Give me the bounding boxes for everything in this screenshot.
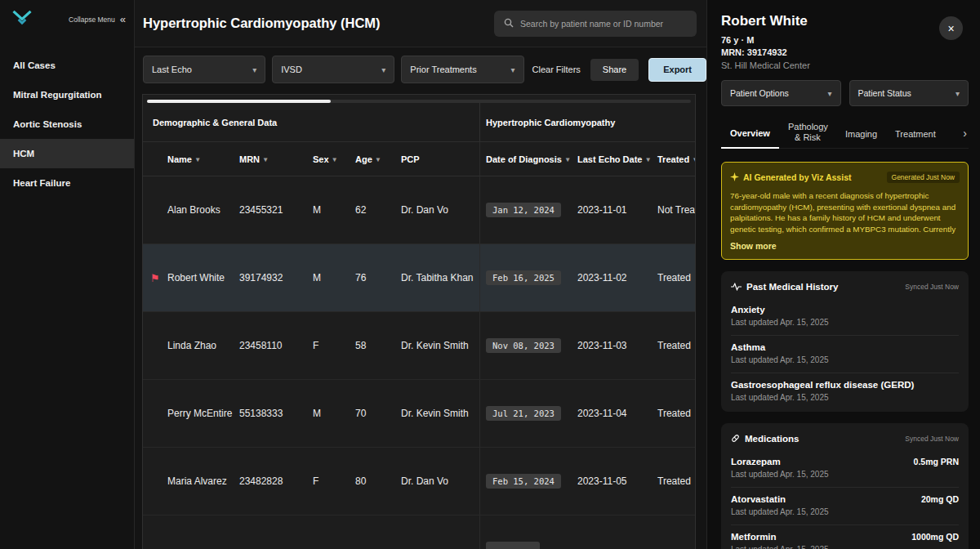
collapse-menu-icon[interactable]: « bbox=[120, 13, 126, 25]
cell-date-of-diagnosis: Feb 16, 2025 bbox=[479, 244, 577, 311]
sidebar-item-heart-failure[interactable]: Heart Failure bbox=[0, 168, 134, 198]
filter-ivsd-label: IVSD bbox=[281, 65, 302, 74]
cell-mrn: 23482828 bbox=[239, 448, 313, 515]
filter-ivsd[interactable]: IVSD ▾ bbox=[272, 56, 394, 83]
column-header-sex[interactable]: Sex ▾ bbox=[313, 142, 355, 176]
medications-card-header: Medications Synced Just Now bbox=[731, 431, 959, 450]
patient-status-label: Patient Status bbox=[858, 88, 911, 98]
history-item: Asthma Last updated Apr. 15, 2025 bbox=[731, 336, 959, 373]
column-header-date-of-diagnosis[interactable]: Date of Diagnosis ▾ bbox=[479, 142, 577, 176]
search-input[interactable] bbox=[520, 19, 687, 29]
patient-status-dropdown[interactable]: Patient Status ▾ bbox=[849, 80, 969, 106]
chevron-down-icon: ▾ bbox=[827, 89, 831, 98]
column-label: Name bbox=[167, 154, 192, 164]
chevron-down-icon: ▾ bbox=[381, 65, 385, 74]
sidebar-item-aortic-stenosis[interactable]: Aortic Stenosis bbox=[0, 109, 134, 139]
table-row[interactable]: Maria Alvarez 23482828 F 80 Dr. Dan Vo F… bbox=[143, 448, 696, 516]
page-title: Hypertrophic Cardiomyopathy (HCM) bbox=[143, 16, 381, 31]
cell-age: 70 bbox=[355, 380, 401, 447]
tab-treatment[interactable]: Treatment bbox=[886, 129, 945, 148]
sidebar-item-all-cases[interactable]: All Cases bbox=[0, 51, 134, 80]
filter-bar: Last Echo ▾ IVSD ▾ Prior Treatments ▾ Cl… bbox=[135, 56, 706, 83]
close-icon: × bbox=[947, 22, 954, 35]
cell-last-echo-date: 2023-11-05 bbox=[577, 448, 657, 515]
cell-mrn: 23458110 bbox=[239, 312, 313, 379]
flag-cell bbox=[143, 516, 167, 549]
patient-name: Robert White bbox=[721, 13, 969, 29]
cell-pcp: Dr. Tabitha Khan bbox=[401, 244, 479, 311]
tab-pathology-risk[interactable]: Pathology & Risk bbox=[779, 122, 836, 149]
sidebar-item-hcm[interactable]: HCM bbox=[0, 139, 134, 168]
filter-prior-treatments[interactable]: Prior Treatments ▾ bbox=[401, 56, 523, 83]
sparkle-icon bbox=[730, 170, 739, 185]
sort-chevron-icon: ▾ bbox=[646, 155, 649, 163]
viz-logo-icon bbox=[11, 9, 33, 29]
export-button[interactable]: Export bbox=[648, 58, 706, 82]
share-button[interactable]: Share bbox=[590, 59, 639, 81]
cell-name: Maria Alvarez bbox=[167, 448, 239, 515]
past-medical-history-card: Past Medical History Synced Just Now Anx… bbox=[721, 271, 969, 412]
cell-sex: F bbox=[313, 448, 355, 515]
table-inner: Demographic & General Data Hypertrophic … bbox=[143, 103, 696, 549]
column-label: PCP bbox=[401, 154, 420, 164]
column-header-last-echo-date[interactable]: Last Echo Date ▾ bbox=[577, 142, 657, 176]
sidebar-item-mitral-regurgitation[interactable]: Mitral Regurgitation bbox=[0, 80, 134, 109]
table-row-selected[interactable]: ⚑ Robert White 39174932 M 76 Dr. Tabitha… bbox=[143, 244, 696, 312]
chevron-down-icon: ▾ bbox=[252, 65, 256, 74]
tabs-scroll-right-icon[interactable]: › bbox=[961, 127, 969, 148]
table-row-partial[interactable] bbox=[143, 516, 696, 549]
column-label: Treated bbox=[657, 154, 689, 164]
table-row[interactable]: Perry McEntire 55138333 M 70 Dr. Kevin S… bbox=[143, 380, 696, 448]
date-badge: Jan 12, 2024 bbox=[486, 203, 561, 217]
tab-overview[interactable]: Overview bbox=[721, 128, 779, 149]
close-panel-button[interactable]: × bbox=[939, 16, 963, 40]
filter-last-echo[interactable]: Last Echo ▾ bbox=[143, 56, 265, 83]
cell-treated: Treated bbox=[657, 448, 696, 515]
sidebar-header: Collapse Menu « bbox=[0, 0, 134, 38]
cell-age: 80 bbox=[355, 448, 401, 515]
filter-last-echo-label: Last Echo bbox=[152, 65, 192, 74]
column-header-age[interactable]: Age ▾ bbox=[355, 142, 401, 176]
cell-name: Linda Zhao bbox=[167, 312, 239, 379]
date-badge: Feb 16, 2025 bbox=[486, 270, 561, 285]
cell-age: 58 bbox=[355, 312, 401, 379]
sidebar-nav: All Cases Mitral Regurgitation Aortic St… bbox=[0, 51, 134, 198]
search-icon bbox=[504, 16, 514, 31]
column-label: Last Echo Date bbox=[577, 154, 642, 164]
patient-mrn: MRN: 39174932 bbox=[721, 47, 969, 57]
history-item-title: Asthma bbox=[731, 342, 959, 352]
collapse-menu-label[interactable]: Collapse Menu bbox=[69, 16, 115, 24]
filter-prior-treatments-label: Prior Treatments bbox=[410, 65, 476, 74]
column-header-treated[interactable]: Treated ▾ bbox=[657, 142, 696, 176]
show-more-link[interactable]: Show more bbox=[730, 241, 960, 251]
cell-last-echo-date: 2023-11-02 bbox=[577, 244, 657, 311]
cell-mrn: 55138333 bbox=[239, 380, 313, 447]
medication-updated: Last updated Apr. 15, 2025 bbox=[731, 470, 959, 479]
column-header-name[interactable]: Name ▾ bbox=[167, 142, 239, 176]
patient-search bbox=[494, 11, 697, 37]
patient-table: Demographic & General Data Hypertrophic … bbox=[142, 94, 696, 549]
flag-cell: ⚑ bbox=[143, 244, 167, 311]
cell-sex: M bbox=[313, 244, 355, 311]
history-item-updated: Last updated Apr. 15, 2025 bbox=[731, 318, 959, 327]
history-card-title: Past Medical History bbox=[746, 282, 900, 292]
history-item-title: Anxiety bbox=[731, 305, 959, 315]
column-label: Date of Diagnosis bbox=[486, 154, 562, 164]
patient-age-sex: 76 y · M bbox=[721, 35, 969, 45]
cell-name: Robert White bbox=[167, 244, 239, 311]
tab-imaging[interactable]: Imaging bbox=[836, 129, 886, 148]
history-item-title: Gastroesophageal reflux disease (GERD) bbox=[731, 380, 959, 390]
clear-filters-button[interactable]: Clear Filters bbox=[532, 65, 581, 74]
table-row[interactable]: Alan Brooks 23455321 M 62 Dr. Dan Vo Jan… bbox=[143, 176, 696, 244]
flag-cell bbox=[143, 176, 167, 243]
sidebar: Collapse Menu « All Cases Mitral Regurgi… bbox=[0, 0, 135, 549]
table-row[interactable]: Linda Zhao 23458110 F 58 Dr. Kevin Smith… bbox=[143, 312, 696, 380]
horizontal-scrollbar-thumb[interactable] bbox=[147, 100, 331, 103]
patient-options-label: Patient Options bbox=[730, 88, 789, 98]
column-header-mrn[interactable]: MRN ▾ bbox=[239, 142, 313, 176]
cell-treated: Treated bbox=[657, 312, 696, 379]
column-header-pcp[interactable]: PCP bbox=[401, 142, 479, 176]
patient-options-dropdown[interactable]: Patient Options ▾ bbox=[721, 80, 841, 106]
medication-dose: 20mg QD bbox=[921, 494, 959, 504]
cell-mrn: 23455321 bbox=[239, 176, 313, 243]
